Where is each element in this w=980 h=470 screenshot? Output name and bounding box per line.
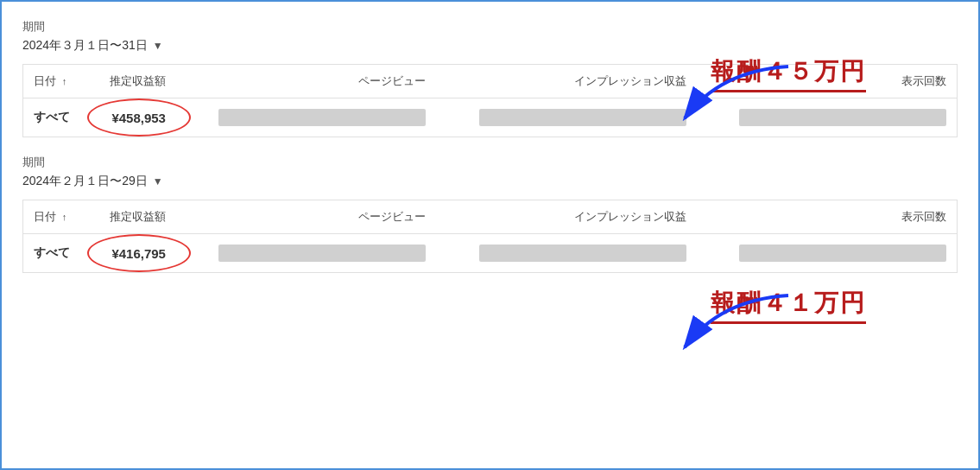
period-dropdown-1[interactable]: ▼ [153, 40, 163, 52]
cell-display-1 [697, 98, 958, 137]
col-header-date-1[interactable]: 日付 ↑ [23, 65, 89, 98]
table-row: すべて ¥458,953 [23, 98, 958, 137]
col-header-earnings-1[interactable]: 推定収益額 [88, 65, 176, 98]
cell-pageviews-1 [176, 98, 436, 137]
period-value-2: 2024年２月１日〜29日 ▼ [22, 174, 958, 189]
col-header-date-2[interactable]: 日付 ↑ [23, 200, 89, 234]
earnings-value-wrap-1: ¥458,953 [111, 111, 166, 125]
cell-label-1: すべて [23, 98, 89, 137]
cell-pageviews-2 [176, 234, 436, 273]
col-header-pageviews-1[interactable]: ページビュー [176, 65, 436, 98]
cell-earnings-2: ¥416,795 [88, 234, 176, 273]
period-dropdown-2[interactable]: ▼ [153, 175, 163, 187]
period-text-1: 2024年３月１日〜31日 [22, 38, 148, 54]
table-row: すべて ¥416,795 [23, 234, 958, 273]
table-header-row-2: 日付 ↑ 推定収益額 ページビュー インプレッション収益 表示回数 [23, 200, 958, 234]
period-value-1: 2024年３月１日〜31日 ▼ [22, 38, 958, 54]
sort-arrow-date-1: ↑ [62, 76, 67, 86]
earnings-value-2: ¥416,795 [111, 246, 166, 261]
earnings-value-wrap-2: ¥416,795 [111, 246, 166, 261]
col-header-earnings-2[interactable]: 推定収益額 [88, 200, 176, 234]
earnings-value-1: ¥458,953 [111, 111, 166, 125]
period-label-2: 期間 [22, 155, 958, 170]
cell-impression-2 [436, 234, 696, 273]
cell-impression-1 [436, 98, 696, 137]
annotation-1: 報酬４５万円 [711, 55, 866, 92]
col-header-display-2[interactable]: 表示回数 [697, 200, 958, 234]
gray-bar-1c [739, 109, 946, 126]
col-header-impression-1[interactable]: インプレッション収益 [436, 65, 696, 98]
gray-bar-1b [479, 109, 686, 126]
sort-arrow-date-2: ↑ [62, 212, 67, 222]
table-2: 日付 ↑ 推定収益額 ページビュー インプレッション収益 表示回数 [22, 200, 958, 273]
period-text-2: 2024年２月１日〜29日 [22, 174, 148, 189]
gray-bar-2a [218, 245, 426, 262]
cell-earnings-1: ¥458,953 [88, 98, 176, 137]
gray-bar-2c [739, 245, 946, 262]
col-header-pageviews-2[interactable]: ページビュー [176, 200, 436, 234]
cell-label-2: すべて [23, 234, 89, 273]
gray-bar-2b [479, 245, 686, 262]
gray-bar-1a [218, 109, 426, 126]
annotation-2: 報酬４１万円 [711, 287, 866, 324]
cell-display-2 [697, 234, 958, 273]
section-2: 期間 2024年２月１日〜29日 ▼ 日付 ↑ 推定収益額 ページビュー インプ… [22, 155, 958, 273]
period-label-1: 期間 [22, 19, 958, 35]
col-header-impression-2[interactable]: インプレッション収益 [436, 200, 696, 234]
